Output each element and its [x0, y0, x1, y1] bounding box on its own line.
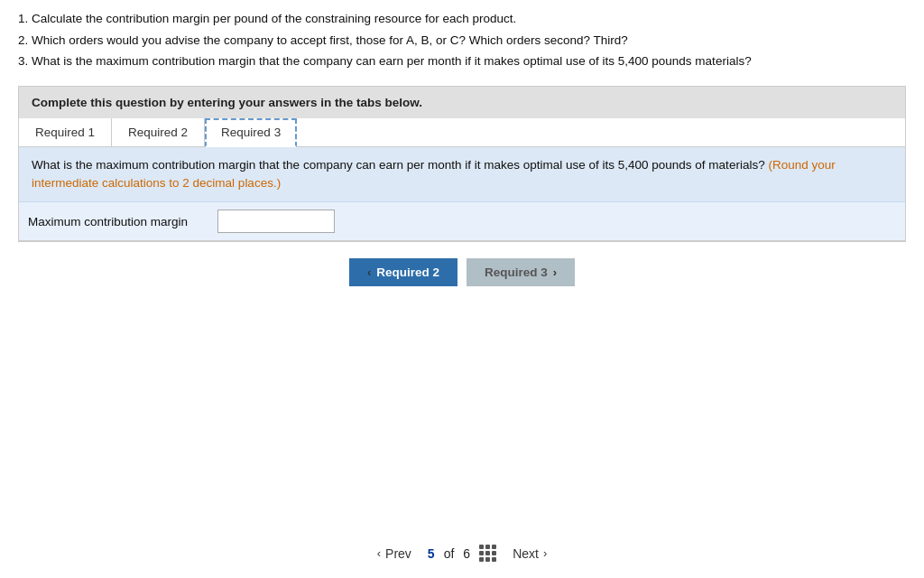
info-bar: What is the maximum contribution margin … — [19, 147, 905, 203]
tabs-bar: Required 1 Required 2 Required 3 — [19, 118, 905, 147]
tab-required-3[interactable]: Required 3 — [205, 118, 297, 147]
page-of: of — [444, 546, 455, 561]
page-total: 6 — [463, 546, 470, 561]
next-chevron-icon: › — [543, 546, 547, 560]
question-1: 1. Calculate the contribution margin per… — [18, 9, 906, 29]
complete-banner: Complete this question by entering your … — [18, 86, 906, 118]
prev-button[interactable]: ‹ Prev — [377, 546, 411, 561]
prev-chevron-icon: ‹ — [377, 546, 381, 560]
input-row: Maximum contribution margin — [19, 202, 905, 241]
prev-label: Prev — [385, 546, 411, 561]
next-required-label: Required 3 — [485, 266, 548, 279]
bottom-navigation: ‹ Prev 5 of 6 Next › — [0, 545, 924, 562]
next-label: Next — [513, 546, 539, 561]
question-3: 3. What is the maximum contribution marg… — [18, 51, 906, 71]
required-nav-buttons: ‹ Required 2 Required 3 › — [18, 258, 906, 286]
chevron-left-icon: ‹ — [367, 266, 371, 279]
tab-container: Required 1 Required 2 Required 3 What is… — [18, 118, 906, 243]
input-label: Maximum contribution margin — [28, 215, 208, 228]
next-required-button[interactable]: Required 3 › — [467, 258, 575, 286]
page-current: 5 — [428, 546, 435, 561]
tab-required-2[interactable]: Required 2 — [112, 118, 205, 146]
page-info: 5 of 6 — [428, 545, 496, 562]
question-text: 1. Calculate the contribution margin per… — [18, 9, 906, 73]
chevron-right-icon: › — [553, 266, 557, 279]
max-contribution-margin-input[interactable] — [217, 210, 335, 233]
grid-icon[interactable] — [479, 545, 496, 562]
tab-content-required-3: What is the maximum contribution margin … — [19, 147, 905, 242]
question-2: 2. Which orders would you advise the com… — [18, 31, 906, 51]
prev-required-label: Required 2 — [376, 266, 439, 279]
tab-required-1[interactable]: Required 1 — [19, 118, 112, 146]
next-button[interactable]: Next › — [513, 546, 547, 561]
prev-required-button[interactable]: ‹ Required 2 — [349, 258, 457, 286]
